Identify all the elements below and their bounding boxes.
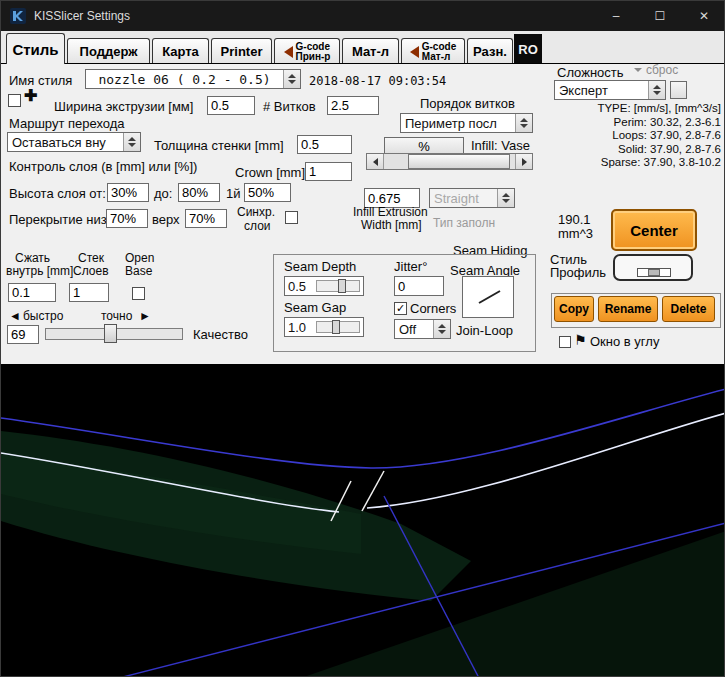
scroll-right-icon[interactable] bbox=[515, 154, 532, 169]
bed-slider[interactable] bbox=[637, 268, 671, 277]
infill-slider[interactable] bbox=[366, 153, 533, 170]
flag-icon: ⚑ bbox=[574, 332, 587, 348]
combo-arrows-icon[interactable] bbox=[433, 320, 450, 338]
infill-slider-track[interactable] bbox=[384, 154, 515, 169]
combo-arrows-icon[interactable] bbox=[283, 70, 300, 88]
corners-label: Corners bbox=[410, 301, 456, 316]
style-lock-checkbox[interactable] bbox=[8, 94, 21, 107]
seam-angle-button[interactable] bbox=[462, 276, 514, 318]
open-base-label-line1: Open bbox=[125, 251, 154, 265]
join-loop-select[interactable]: Off bbox=[394, 319, 451, 339]
tab-style[interactable]: Стиль bbox=[6, 33, 65, 64]
fast-label: быстро bbox=[23, 309, 63, 323]
tab-bar: Стиль Поддерж Карта Printer G-code Прин-… bbox=[1, 31, 725, 64]
style-name-label: Имя стиля bbox=[9, 73, 72, 88]
title-bar[interactable]: KISSlicer Settings – ☐ ✕ bbox=[1, 1, 725, 31]
tab-map[interactable]: Карта bbox=[152, 38, 209, 64]
num-loops-input[interactable] bbox=[327, 96, 379, 115]
tab-misc-label: Разн. bbox=[473, 44, 507, 59]
layer-from-input[interactable] bbox=[107, 183, 149, 202]
arrow-left-icon bbox=[410, 46, 419, 58]
open-base-checkbox[interactable] bbox=[132, 287, 145, 300]
wipe-route-select[interactable]: Оставаться вну bbox=[7, 132, 141, 152]
seam-gap-label: Seam Gap bbox=[284, 300, 346, 315]
corners-checkbox[interactable]: ✓ bbox=[394, 302, 407, 315]
tab-printer[interactable]: Printer bbox=[211, 38, 272, 64]
copy-button[interactable]: Copy bbox=[554, 296, 594, 322]
style-tab-panel: Имя стиля nozzle 06 ( 0.2 - 0.5) 2018-08… bbox=[1, 63, 725, 364]
viewport-3d[interactable] bbox=[1, 364, 725, 677]
reset-arrow-icon[interactable] bbox=[634, 68, 642, 72]
tab-gcode-printer[interactable]: G-code Прин-р bbox=[274, 38, 340, 64]
sync-layers-checkbox[interactable] bbox=[285, 211, 298, 224]
add-style-icon[interactable]: ✚ bbox=[24, 86, 37, 105]
stack-label-line1: Стек bbox=[78, 251, 104, 265]
scroll-left-icon[interactable] bbox=[367, 154, 384, 169]
tab-gcode-material[interactable]: G-code Мат-л bbox=[401, 38, 465, 64]
seam-depth-value: 0.5 bbox=[285, 279, 316, 294]
infill-extrusion-label-line1: Infill Extrusion bbox=[353, 205, 428, 219]
fast-arrow-icon: ◄ bbox=[9, 309, 21, 323]
quality-input[interactable] bbox=[7, 325, 39, 344]
wall-thickness-label: Толщина стенки [mm] bbox=[154, 138, 284, 153]
jitter-label: Jitter° bbox=[394, 259, 427, 274]
combo-arrows-icon[interactable] bbox=[515, 114, 532, 132]
loop-order-label: Порядок витков bbox=[420, 96, 515, 111]
speed-info: TYPE: [mm/s], [mm^3/s] Perim: 30.32, 2.3… bbox=[549, 102, 721, 170]
layer-from-label: Высота слоя от: bbox=[9, 186, 106, 201]
extrusion-width-input[interactable] bbox=[207, 96, 255, 115]
layer-to-input[interactable] bbox=[178, 183, 220, 202]
inset-input[interactable] bbox=[8, 283, 56, 302]
tab-material[interactable]: Мат-л bbox=[342, 38, 399, 64]
wall-thickness-input[interactable] bbox=[297, 135, 352, 154]
infill-style-select[interactable]: Straight bbox=[429, 188, 515, 208]
tab-support[interactable]: Поддерж bbox=[67, 38, 150, 64]
quality-slider[interactable] bbox=[45, 328, 183, 340]
style-name-select[interactable]: nozzle 06 ( 0.2 - 0.5) bbox=[85, 69, 301, 89]
tab-gcode-material-line2: Мат-л bbox=[422, 52, 451, 62]
seam-depth-input[interactable]: 0.5 bbox=[284, 276, 364, 296]
corner-window-checkbox[interactable] bbox=[559, 336, 571, 348]
rename-button[interactable]: Rename bbox=[598, 296, 658, 322]
loop-order-select[interactable]: Периметр посл bbox=[400, 113, 533, 133]
reset-label[interactable]: сброс bbox=[646, 63, 678, 77]
bed-slider-thumb[interactable] bbox=[648, 269, 660, 276]
window-title: KISSlicer Settings bbox=[34, 9, 130, 23]
stack-label-line2: Слоев bbox=[73, 264, 109, 278]
tab-misc[interactable]: Разн. bbox=[467, 38, 513, 64]
tab-printer-label: Printer bbox=[221, 44, 263, 59]
join-loop-label: Join-Loop bbox=[456, 323, 513, 338]
overlap-bottom-input[interactable] bbox=[106, 209, 148, 228]
jitter-input[interactable] bbox=[394, 276, 444, 296]
minimize-button[interactable]: – bbox=[594, 1, 638, 31]
seam-depth-slider[interactable] bbox=[316, 280, 360, 292]
maximize-button[interactable]: ☐ bbox=[638, 1, 682, 31]
tab-clipped-label: RO bbox=[518, 42, 538, 57]
seam-gap-slider[interactable] bbox=[316, 321, 360, 333]
overlap-top-input[interactable] bbox=[185, 209, 227, 228]
first-layer-label: 1й bbox=[226, 186, 241, 201]
quality-slider-thumb[interactable] bbox=[104, 324, 117, 343]
combo-arrows-icon[interactable] bbox=[123, 133, 140, 151]
style-timestamp: 2018-08-17 09:03:54 bbox=[309, 74, 446, 88]
combo-arrows-icon[interactable] bbox=[648, 81, 665, 99]
layer-control-label: Контроль слоя (в [mm] или [%]) bbox=[9, 159, 197, 174]
seam-gap-value: 1.0 bbox=[285, 320, 316, 335]
volume-unit: mm^3 bbox=[558, 226, 593, 241]
tab-clipped[interactable]: RO bbox=[514, 34, 542, 64]
infill-style-value: Straight bbox=[430, 191, 497, 206]
wipe-route-label: Маршрут перехода bbox=[9, 116, 125, 131]
infill-slider-thumb[interactable] bbox=[408, 154, 510, 169]
seam-gap-input[interactable]: 1.0 bbox=[284, 317, 364, 337]
delete-button[interactable]: Delete bbox=[662, 296, 715, 322]
stack-input[interactable] bbox=[69, 283, 109, 302]
complexity-select[interactable]: Эксперт bbox=[554, 80, 666, 100]
crown-input[interactable] bbox=[305, 162, 352, 181]
close-button[interactable]: ✕ bbox=[682, 1, 725, 31]
center-button[interactable]: Center bbox=[611, 209, 697, 251]
first-layer-input[interactable] bbox=[244, 183, 291, 202]
speed-info-type: TYPE: [mm/s], [mm^3/s] bbox=[549, 102, 721, 116]
app-icon bbox=[10, 8, 26, 24]
complexity-extra-button[interactable] bbox=[670, 81, 687, 99]
tab-gcode-material-line1: G-code bbox=[422, 42, 456, 52]
